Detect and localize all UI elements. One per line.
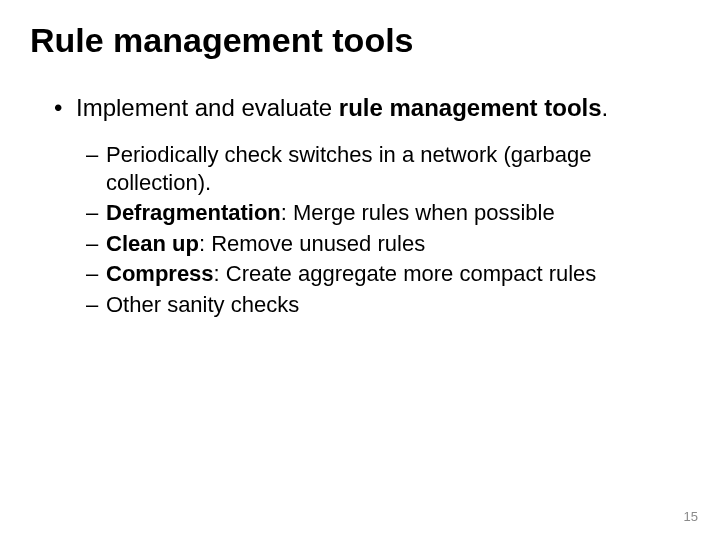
text: Implement and evaluate [76, 94, 339, 121]
text-bold: rule management tools [339, 94, 602, 121]
text-bold: Clean up [106, 231, 199, 256]
list-item: Defragmentation: Merge rules when possib… [86, 199, 690, 227]
text: Periodically check switches in a network… [106, 142, 591, 195]
list-item: Clean up: Remove unused rules [86, 230, 690, 258]
list-item: Compress: Create aggregate more compact … [86, 260, 690, 288]
text: : Remove unused rules [199, 231, 425, 256]
text-bold: Compress [106, 261, 214, 286]
text: : Merge rules when possible [281, 200, 555, 225]
bullet-list-level1: Implement and evaluate rule management t… [30, 93, 690, 123]
slide: Rule management tools Implement and eval… [0, 0, 720, 540]
slide-number: 15 [684, 509, 698, 524]
text-bold: Defragmentation [106, 200, 281, 225]
text: Other sanity checks [106, 292, 299, 317]
list-item: Periodically check switches in a network… [86, 141, 690, 196]
text: : Create aggregate more compact rules [214, 261, 597, 286]
list-item: Other sanity checks [86, 291, 690, 319]
bullet-list-level2: Periodically check switches in a network… [30, 141, 690, 318]
slide-title: Rule management tools [30, 22, 690, 59]
text: . [602, 94, 609, 121]
list-item: Implement and evaluate rule management t… [54, 93, 690, 123]
